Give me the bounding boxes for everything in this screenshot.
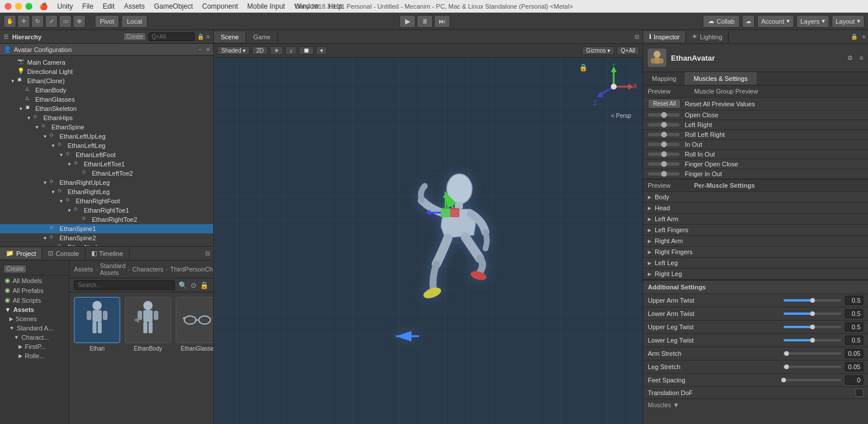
unity-menu[interactable]: Unity — [57, 2, 73, 10]
tree-item-ethan-right-foot[interactable]: ▼ ◇ EthanRightFoot — [0, 196, 213, 206]
sidebar-firstperson[interactable]: ▶ FirstP... — [0, 342, 69, 351]
q-all-dropdown[interactable]: Q+All — [617, 46, 639, 55]
shading-dropdown[interactable]: Shaded ▾ — [217, 46, 250, 55]
tree-item-ethan-glasses[interactable]: △ EthanGlasses — [0, 95, 213, 104]
per-muscle-right-fingers[interactable]: ▶ Right Fingers — [643, 247, 868, 258]
hierarchy-search[interactable] — [149, 32, 195, 41]
tree-item-ethan-left-toe2[interactable]: ◇ EthanLeftToe2 — [0, 169, 213, 178]
sidebar-assets[interactable]: ▼ Assets — [0, 305, 69, 314]
per-muscle-left-fingers[interactable]: ▶ Left Fingers — [643, 225, 868, 236]
reset-all-button[interactable]: Reset All — [648, 99, 681, 109]
pivot-button[interactable]: Pivot — [95, 15, 119, 28]
tree-item-ethan-left-leg[interactable]: ▼ ◇ EthanLeftLeg — [0, 141, 213, 150]
setting-slider[interactable] — [784, 352, 841, 355]
tree-item-ethan-left-foot[interactable]: ▼ ◇ EthanLeftFoot — [0, 150, 213, 159]
per-muscle-head[interactable]: ▶ Head — [643, 203, 868, 214]
maximize-button[interactable] — [25, 3, 32, 10]
tree-item-ethan-right-toe1[interactable]: ▼ ◇ EthanRightToe1 — [0, 206, 213, 215]
expand-arrow[interactable]: ▼ — [51, 189, 58, 195]
tree-item-ethan-spine2[interactable]: ▼ ◇ EthanSpine2 — [0, 233, 213, 243]
expand-arrow[interactable]: ▼ — [51, 245, 58, 247]
hidden-button[interactable]: ▾ — [316, 46, 327, 55]
lock-icon[interactable]: 🔒 — [200, 281, 209, 289]
layout-dropdown[interactable]: Layout ▾ — [832, 15, 865, 28]
expand-arrow[interactable]: ▼ — [43, 180, 50, 185]
tab-timeline[interactable]: ◧ Timeline — [86, 248, 129, 259]
muscle-slider[interactable] — [648, 153, 680, 156]
expand-arrow[interactable]: ▼ — [51, 143, 58, 148]
pause-button[interactable]: ⏸ — [417, 15, 433, 28]
sidebar-all-prefabs[interactable]: ◉ All Prefabs — [0, 285, 69, 295]
expand-arrow[interactable]: ▼ — [18, 106, 25, 111]
tree-item-ethan-right-toe2[interactable]: ◇ EthanRightToe2 — [0, 215, 213, 224]
account-dropdown[interactable]: Account ▾ — [757, 15, 794, 28]
minimize-button[interactable] — [15, 3, 22, 10]
audio-button[interactable]: ♪ — [285, 46, 296, 55]
setting-slider[interactable] — [784, 326, 841, 328]
gameobject-menu[interactable]: GameObject — [154, 2, 192, 10]
sidebar-standard-assets[interactable]: ▼ Standard A... — [0, 323, 69, 333]
breadcrumb-standard[interactable]: Standard Assets — [100, 262, 126, 276]
tree-item-main-camera[interactable]: 📷 Main Camera — [0, 58, 213, 67]
tree-item-ethan-left-up-leg[interactable]: ▼ ◇ EthanLeftUpLeg — [0, 132, 213, 141]
inspector-lock-icon[interactable]: 🔒 — [848, 34, 860, 40]
per-muscle-left-arm[interactable]: ▶ Left Arm — [643, 214, 868, 225]
tab-game[interactable]: Game — [246, 32, 278, 42]
avatar-config-menu[interactable]: ≡ — [206, 46, 210, 53]
tree-item-ethan-neck[interactable]: ▼ ◇ EthanNeck — [0, 243, 213, 246]
per-muscle-right-arm[interactable]: ▶ Right Arm — [643, 236, 868, 247]
assets-search[interactable] — [74, 280, 175, 290]
muscle-slider[interactable] — [648, 172, 680, 176]
search-icon[interactable]: 🔍 — [179, 281, 187, 289]
close-button[interactable] — [5, 3, 12, 10]
asset-ethanglasses[interactable]: EthanGlasses — [176, 297, 213, 352]
muscles-more[interactable]: Muscles ▼ — [643, 399, 868, 411]
layers-dropdown[interactable]: Layers ▾ — [796, 15, 829, 28]
light-button[interactable]: ☀ — [270, 46, 283, 55]
inspector-menu-icon[interactable]: ≡ — [860, 34, 868, 40]
breadcrumb-third[interactable]: ThirdPersonCharacter — [170, 266, 213, 273]
tab-inspector[interactable]: ℹ Inspector — [643, 31, 686, 42]
rotate-tool[interactable]: ↻ — [31, 15, 44, 28]
expand-arrow[interactable]: ▼ — [43, 236, 50, 241]
tree-item-ethan-spine1[interactable]: ◇ EthanSpine1 — [0, 224, 213, 233]
setting-slider[interactable] — [784, 299, 841, 302]
window-controls[interactable] — [5, 3, 32, 10]
expand-arrow[interactable]: ▼ — [67, 162, 74, 167]
avatar-config-minus[interactable]: − — [198, 46, 202, 53]
scene-expand-icon[interactable]: ⊟ — [631, 34, 643, 40]
tree-item-ethan-right-leg[interactable]: ▼ ◇ EthanRightLeg — [0, 187, 213, 196]
setting-slider[interactable] — [784, 379, 841, 381]
step-button[interactable]: ⏭ — [434, 15, 450, 28]
project-create-btn[interactable]: Create — [3, 265, 27, 273]
hand-tool[interactable]: ✋ — [3, 15, 16, 28]
muscle-slider[interactable] — [648, 162, 680, 166]
hierarchy-menu-icon[interactable]: ≡ — [206, 34, 210, 40]
per-muscle-body[interactable]: ▶ Body — [643, 192, 868, 203]
inspector-more-icon[interactable]: ≡ — [860, 54, 863, 61]
collab-button[interactable]: ☁ Collab — [703, 15, 740, 28]
tree-item-ethan-skeleton[interactable]: ▼ ▣ EthanSkeleton — [0, 104, 213, 113]
breadcrumb-assets[interactable]: Assets — [74, 266, 93, 273]
breadcrumb-characters[interactable]: Characters — [132, 266, 164, 273]
muscle-slider[interactable] — [648, 113, 680, 117]
muscle-slider[interactable] — [648, 123, 680, 127]
setting-slider[interactable] — [784, 339, 841, 341]
expand-arrow[interactable]: ▼ — [67, 208, 74, 213]
edit-menu[interactable]: Edit — [103, 2, 115, 10]
setting-slider[interactable] — [784, 366, 841, 368]
play-button[interactable]: ▶ — [399, 15, 416, 28]
tree-item-ethan-spine[interactable]: ▼ ◇ EthanSpine — [0, 122, 213, 132]
tab-scene[interactable]: Scene — [214, 32, 246, 42]
expand-arrow[interactable]: ▼ — [43, 134, 50, 139]
effects-button[interactable]: 🔲 — [299, 46, 314, 55]
tree-item-ethan-clone[interactable]: ▼ ▣ Ethan(Clone) — [0, 76, 213, 85]
scene-view[interactable]: 🔒 Y X Z — [214, 58, 643, 424]
filter-icon[interactable]: ⊙ — [191, 281, 196, 289]
tree-item-ethan-left-toe1[interactable]: ▼ ◇ EthanLeftToe1 — [0, 159, 213, 169]
2d-button[interactable]: 2D — [252, 46, 268, 55]
project-expand-icon[interactable]: ⊟ — [202, 250, 213, 256]
hierarchy-create-btn[interactable]: Create — [123, 32, 146, 41]
muscle-slider[interactable] — [648, 143, 680, 146]
apple-menu[interactable]: 🍎 — [39, 2, 48, 10]
